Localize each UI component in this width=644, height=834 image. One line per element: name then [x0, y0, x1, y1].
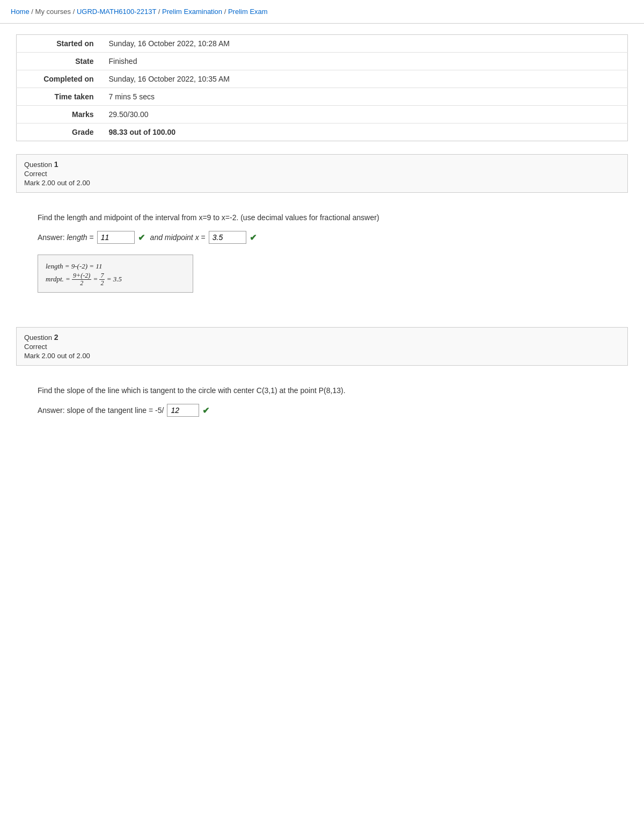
breadcrumb-prelim-examination[interactable]: Prelim Examination — [162, 8, 222, 16]
info-row-timetaken: Time taken 7 mins 5 secs — [17, 88, 628, 106]
breadcrumb-sep2: / — [73, 8, 77, 16]
question1-answer-prefix: Answer: length = — [38, 233, 94, 242]
info-row-grade: Grade 98.33 out of 100.00 — [17, 124, 628, 141]
breadcrumb-prelim-exam[interactable]: Prelim Exam — [228, 8, 268, 16]
breadcrumb: Home / My courses / UGRD-MATH6100-2213T … — [0, 0, 644, 24]
completed-on-label: Completed on — [17, 70, 103, 88]
breadcrumb-course[interactable]: UGRD-MATH6100-2213T — [77, 8, 156, 16]
question2-check-icon: ✔ — [202, 405, 209, 416]
grade-value: 98.33 out of 100.00 — [103, 124, 628, 141]
question2-answer-input[interactable] — [167, 404, 199, 417]
question2-label: Question 2 — [24, 333, 620, 342]
info-row-state: State Finished — [17, 53, 628, 70]
breadcrumb-home[interactable]: Home — [11, 8, 30, 16]
question1-midpoint-input[interactable] — [209, 231, 246, 244]
time-taken-label: Time taken — [17, 88, 103, 106]
breadcrumb-mycourses: My courses — [35, 8, 71, 16]
marks-label: Marks — [17, 106, 103, 124]
breadcrumb-sep4: / — [224, 8, 228, 16]
question1-midpoint-check-icon: ✔ — [250, 233, 257, 243]
question2-answer-prefix: Answer: slope of the tangent line = -5/ — [38, 406, 164, 415]
marks-value: 29.50/30.00 — [103, 106, 628, 124]
state-value: Finished — [103, 53, 628, 70]
info-row-marks: Marks 29.50/30.00 — [17, 106, 628, 124]
question1-length-check-icon: ✔ — [138, 233, 145, 243]
grade-label: Grade — [17, 124, 103, 141]
question2-box: Question 2 Correct Mark 2.00 out of 2.00 — [16, 327, 628, 366]
hw-line1: length = 9‑(‑2) = 11 — [46, 260, 185, 272]
question1-box: Question 1 Correct Mark 2.00 out of 2.00 — [16, 154, 628, 193]
question2-answer-row: Answer: slope of the tangent line = -5/ … — [38, 404, 612, 417]
main-content: Started on Sunday, 16 October 2022, 10:2… — [0, 24, 644, 454]
question1-label: Question 1 — [24, 160, 620, 169]
info-row-completed: Completed on Sunday, 16 October 2022, 10… — [17, 70, 628, 88]
question1-length-input[interactable] — [97, 231, 135, 244]
question1-text: Find the length and midpoint of the inte… — [38, 212, 612, 223]
question2-text: Find the slope of the line which is tang… — [38, 385, 612, 396]
question1-content: Find the length and midpoint of the inte… — [16, 201, 628, 322]
question1-status: Correct — [24, 170, 620, 178]
breadcrumb-sep1: / — [31, 8, 35, 16]
breadcrumb-sep3: / — [158, 8, 162, 16]
hw-line2: mrdpt. = 9+(-2)2 = 72 = 3.5 — [46, 272, 185, 287]
question1-midpoint-label: and midpoint x = — [148, 233, 206, 242]
question1-mark: Mark 2.00 out of 2.00 — [24, 179, 620, 187]
question1-answer-row: Answer: length = ✔ and midpoint x = ✔ — [38, 231, 612, 244]
info-table: Started on Sunday, 16 October 2022, 10:2… — [16, 34, 628, 141]
question2-content: Find the slope of the line which is tang… — [16, 374, 628, 444]
info-row-started: Started on Sunday, 16 October 2022, 10:2… — [17, 35, 628, 53]
time-taken-value: 7 mins 5 secs — [103, 88, 628, 106]
started-on-label: Started on — [17, 35, 103, 53]
started-on-value: Sunday, 16 October 2022, 10:28 AM — [103, 35, 628, 53]
question2-status: Correct — [24, 343, 620, 351]
question2-mark: Mark 2.00 out of 2.00 — [24, 352, 620, 360]
question1-handwriting: length = 9‑(‑2) = 11 mrdpt. = 9+(-2)2 = … — [38, 255, 193, 293]
state-label: State — [17, 53, 103, 70]
completed-on-value: Sunday, 16 October 2022, 10:35 AM — [103, 70, 628, 88]
